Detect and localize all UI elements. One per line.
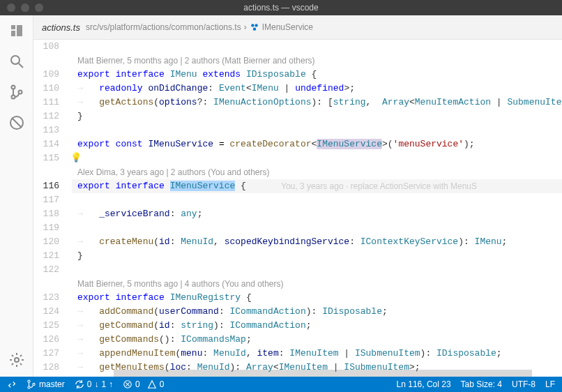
code-line [72,123,562,137]
horizontal-scrollbar[interactable] [114,370,532,377]
git-branch[interactable]: master [26,379,65,389]
remote-indicator[interactable] [7,379,17,389]
gutter: 108 109 110 111 112 113 114 115 116 117 … [33,40,72,377]
source-control-icon[interactable] [8,84,25,100]
code-line: → getCommand(id: string): ICommandAction… [72,319,562,333]
svg-point-7 [15,358,19,362]
codelens[interactable]: Matt Bierner, 5 months ago | 4 authors (… [72,277,562,291]
code-line: → getActions(options?: IMenuActionOption… [72,96,562,110]
tab-filename[interactable]: actions.ts [42,22,80,33]
codelens[interactable]: Alex Dima, 3 years ago | 2 authors (You … [72,165,562,179]
eol[interactable]: LF [545,379,555,389]
code-line: → appendMenuItem(menu: MenuId, item: IMe… [72,347,562,361]
code-line: → addCommand(userCommand: ICommandAction… [72,305,562,319]
activity-bar [0,15,33,377]
code-line: } [72,249,562,263]
window-controls [0,3,43,12]
svg-point-10 [252,27,255,30]
code-line: → createMenu(id: MenuId, scopedKeybindin… [72,235,562,249]
debug-icon[interactable] [8,114,25,131]
lightbulb-icon[interactable]: 💡 [70,151,82,165]
code-line: export interface IMenuRegistry { [72,291,562,305]
svg-point-8 [251,24,254,27]
svg-line-6 [12,118,22,128]
svg-point-4 [18,91,22,94]
code-line: → _serviceBrand: any; [72,207,562,221]
code-line: export const IMenuService = createDecora… [72,137,562,151]
tab-bar: actions.ts src/vs/platform/actions/commo… [33,15,562,40]
status-bar: master 0↓ 1↑ 0 0 Ln 116, Col 23 Tab Size… [0,377,562,392]
minimize-window-button[interactable] [21,3,29,12]
codelens[interactable]: Matt Bierner, 5 months ago | 2 authors (… [72,54,562,68]
editor: actions.ts src/vs/platform/actions/commo… [33,15,562,377]
svg-point-2 [11,86,15,89]
breadcrumb-chevron-icon: › [244,22,247,32]
title-bar: actions.ts — vscode [0,0,562,15]
code-line: → readonly onDidChange: Event<IMenu | un… [72,82,562,96]
close-window-button[interactable] [7,3,15,12]
settings-icon[interactable] [8,352,25,368]
code-line [72,40,562,54]
code-content[interactable]: Matt Bierner, 5 months ago | 2 authors (… [72,40,562,377]
cursor-position[interactable]: Ln 116, Col 23 [397,379,451,389]
inline-blame: You, 3 years ago · replace ActionService… [281,179,477,193]
svg-point-3 [11,96,15,99]
encoding[interactable]: UTF-8 [512,379,536,389]
code-line: } [72,110,562,123]
code-line: 💡 [72,151,562,165]
svg-point-0 [11,56,20,64]
git-sync[interactable]: 0↓ 1↑ [75,379,113,389]
svg-point-13 [33,383,35,385]
svg-point-11 [28,380,30,382]
code-line [72,221,562,235]
maximize-window-button[interactable] [35,3,43,12]
explorer-icon[interactable] [8,22,25,39]
problems-indicator[interactable]: 0 0 [123,379,164,389]
code-editor[interactable]: 108 109 110 111 112 113 114 115 116 117 … [33,40,562,377]
code-line [72,193,562,207]
code-line: → getCommands(): ICommandsMap; [72,333,562,347]
svg-point-9 [255,24,257,27]
code-line [72,263,562,277]
breadcrumb[interactable]: src/vs/platform/actions/common/actions.t… [86,22,313,32]
interface-icon [250,22,259,32]
svg-point-12 [28,386,30,389]
breadcrumb-path[interactable]: src/vs/platform/actions/common/actions.t… [86,22,241,32]
code-line: export interface IMenuService {You, 3 ye… [72,179,562,193]
breadcrumb-symbol[interactable]: IMenuService [262,22,313,32]
search-icon[interactable] [8,53,25,70]
branch-name: master [39,379,65,389]
svg-line-1 [19,63,23,68]
window-title: actions.ts — vscode [243,3,318,13]
code-line: export interface IMenu extends IDisposab… [72,68,562,82]
tab-size[interactable]: Tab Size: 4 [461,379,502,389]
